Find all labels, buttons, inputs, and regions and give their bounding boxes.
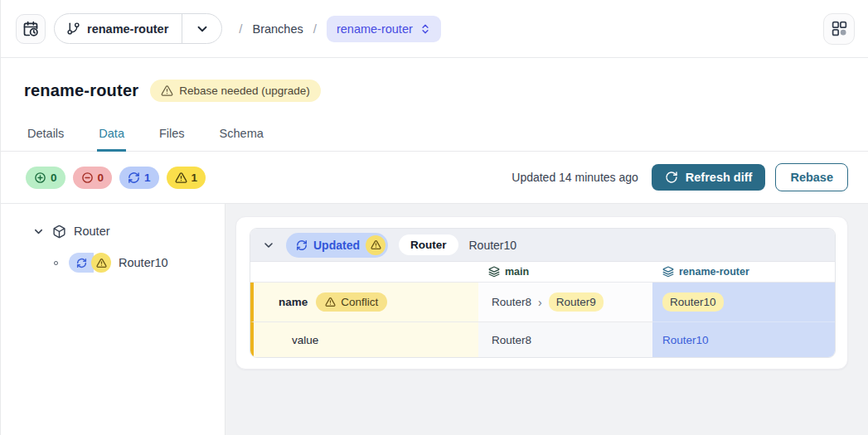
conflict-badge: Conflict [316,292,387,312]
conflict-indicator [366,235,386,255]
branch-selector-caret[interactable] [182,14,221,43]
base-old-value: Router8 [492,296,531,308]
record-type-pill: Router [399,234,458,255]
base-value-cell-value: Router8 [478,322,652,357]
refresh-diff-label: Refresh diff [686,171,753,184]
base-value: Router8 [492,334,531,346]
field-column-header [250,262,478,283]
cube-icon [52,225,66,239]
added-count: 0 [51,172,57,184]
updated-count: 1 [144,172,151,184]
sync-icon [296,239,308,251]
updated-status-label: Updated [313,239,360,252]
record-status-pill [69,253,111,273]
compare-branch-column-header: rename-router [652,262,835,283]
conflict-status-segment [91,253,111,273]
diff-main-area: Updated Router Router10 [225,204,868,435]
diff-table: main rename-router [250,262,835,357]
layers-icon [488,266,500,278]
tree-node-router10[interactable]: Router10 [1,252,225,273]
warning-triangle-icon [325,297,336,307]
sync-icon [128,172,140,184]
warning-triangle-icon [175,172,187,184]
base-branch-name: main [505,266,529,278]
field-cell-value: value [250,322,478,357]
conflict-count: 1 [192,172,198,184]
breadcrumb-current-label: rename-router [337,22,413,36]
conflict-badge-label: Conflict [341,296,378,308]
removed-count: 0 [98,172,104,184]
chevron-down-icon [195,22,210,36]
branch-selector-label-segment[interactable]: rename-router [55,14,182,43]
git-branch-icon [66,22,80,36]
tab-details[interactable]: Details [26,118,65,152]
layers-icon [662,266,674,278]
bullet-icon [54,261,58,265]
tree-node-router[interactable]: Router [1,220,225,242]
updated-status-badge: Updated [286,233,388,258]
rebase-needed-badge: Rebase needed (upgrade) [150,80,321,102]
tab-schema[interactable]: Schema [218,118,265,152]
warning-triangle-icon [371,239,381,250]
compare-value-cell-name: Router10 [652,283,835,322]
breadcrumb-current-selector[interactable]: rename-router [327,16,441,42]
field-name: value [292,334,318,346]
tab-bar: Details Data Files Schema [1,118,868,152]
breadcrumb-separator: / [239,22,242,36]
calendar-clock-icon [22,21,39,37]
compare-value: Router10 [662,292,724,312]
refresh-diff-button[interactable]: Refresh diff [652,164,766,191]
chevron-down-icon[interactable] [32,225,45,238]
warning-triangle-icon [161,85,173,97]
diff-card: Updated Router Router10 [235,216,848,370]
warning-triangle-icon [96,258,107,268]
apps-grid-icon [831,20,848,37]
content-area: Router Router10 [1,204,868,435]
top-bar: rename-router / Branches / rename-router [1,0,868,58]
app-window: rename-router / Branches / rename-router [0,0,868,435]
diff-panel-header: Updated Router Router10 [250,229,835,262]
circle-minus-icon [81,172,94,184]
change-arrow: › [538,296,542,309]
field-name: name [279,296,308,308]
record-name: Router10 [469,239,517,252]
page-header: rename-router Rebase needed (upgrade) De… [1,58,868,152]
conflict-count-badge: 1 [167,167,206,189]
compare-value: Router10 [662,334,709,346]
compare-value-cell-value: Router10 [652,322,835,357]
rebase-button[interactable]: Rebase [775,163,848,191]
circle-plus-icon [34,172,46,184]
sync-icon [76,258,87,268]
diff-panel: Updated Router Router10 [250,228,836,358]
breadcrumb: / Branches / rename-router [239,16,440,42]
tree-node-router10-label: Router10 [119,256,168,269]
last-updated-text: Updated 14 minutes ago [512,171,638,184]
base-branch-column-header: main [478,262,652,283]
removed-count-badge: 0 [73,167,113,189]
branch-selector-value: rename-router [87,22,168,36]
rebase-needed-badge-label: Rebase needed (upgrade) [179,85,310,97]
tab-files[interactable]: Files [158,118,187,152]
diff-toolbar: 0 0 1 1 Updated 14 minutes ago Re [1,152,868,204]
page-title: rename-router [24,81,138,100]
branch-selector[interactable]: rename-router [54,13,222,44]
field-cell-name: name Conflict [250,283,478,322]
updated-status-segment [69,253,94,273]
tree-node-router-label: Router [74,225,110,238]
compare-branch-name: rename-router [679,266,749,278]
base-value-cell-name: Router8 › Router9 [478,283,652,322]
apps-menu-button[interactable] [823,13,855,45]
record-tree-sidebar: Router Router10 [1,204,225,435]
history-button[interactable] [16,14,46,44]
chevron-down-icon[interactable] [262,239,275,252]
chevrons-up-down-icon [419,23,431,35]
tab-data[interactable]: Data [97,118,126,152]
added-count-badge: 0 [26,167,65,189]
updated-count-badge: 1 [119,167,159,189]
base-new-value: Router9 [549,292,604,312]
breadcrumb-separator: / [313,22,317,36]
rotate-cw-icon [665,171,678,184]
breadcrumb-branches-link[interactable]: Branches [252,22,303,36]
